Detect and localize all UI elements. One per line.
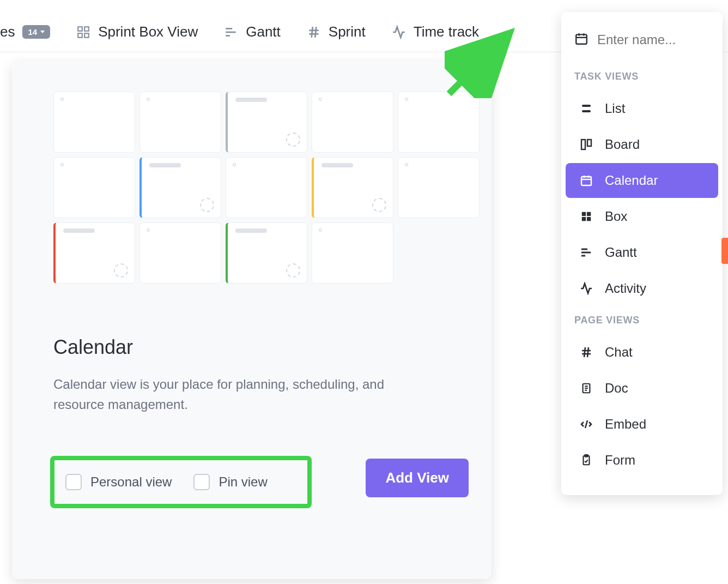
view-option-label: Embed <box>605 417 646 432</box>
preview-card <box>139 157 221 218</box>
doc-icon <box>579 382 594 394</box>
view-option-label: Activity <box>605 281 646 296</box>
preview-card <box>398 157 480 218</box>
preview-card <box>139 92 221 153</box>
preview-card <box>53 222 135 284</box>
activity-icon <box>579 282 594 295</box>
view-option-embed[interactable]: Embed <box>566 407 718 442</box>
list-icon <box>579 102 594 115</box>
preview-card <box>312 92 393 153</box>
embed-icon <box>579 418 594 431</box>
options-highlight: Personal view Pin view <box>50 456 312 508</box>
calendar-icon <box>579 174 594 187</box>
view-option-board[interactable]: Board <box>566 127 718 162</box>
tab-partial[interactable]: es 14 <box>0 23 50 40</box>
preview-card <box>226 222 307 284</box>
svg-line-10 <box>315 27 316 38</box>
offscreen-sliver <box>721 238 728 264</box>
view-name-row <box>561 23 723 63</box>
tab-label: Sprint Box View <box>98 23 198 40</box>
view-option-activity[interactable]: Activity <box>566 271 718 306</box>
preview-card <box>312 222 393 284</box>
tab-count-badge[interactable]: 14 <box>22 25 50 39</box>
add-view-button[interactable]: Add View <box>366 459 469 497</box>
tab-label: Time track <box>414 23 479 40</box>
calendar-preview-grid <box>53 92 450 284</box>
checkbox-icon[interactable] <box>193 474 210 490</box>
tab-label: Gantt <box>246 23 281 40</box>
svg-line-32 <box>584 347 585 357</box>
view-option-box[interactable]: Box <box>566 199 718 234</box>
preview-description: Calendar view is your place for planning… <box>53 374 424 414</box>
pin-view-label: Pin view <box>219 474 267 490</box>
personal-view-option[interactable]: Personal view <box>65 474 172 490</box>
preview-card <box>226 92 307 153</box>
svg-rect-1 <box>84 27 89 31</box>
preview-title: Calendar <box>53 336 450 359</box>
svg-rect-0 <box>78 27 82 31</box>
view-option-label: Box <box>605 209 627 224</box>
svg-rect-17 <box>581 140 585 149</box>
svg-line-9 <box>311 27 312 38</box>
view-type-panel: TASK VIEWS List Board Calendar Box Gantt… <box>561 12 723 495</box>
preview-card <box>53 157 135 218</box>
preview-card <box>53 92 135 153</box>
view-option-chat[interactable]: Chat <box>566 335 718 370</box>
tab-time-tracking[interactable]: Time track <box>392 23 479 40</box>
svg-rect-15 <box>582 105 591 107</box>
svg-rect-16 <box>582 110 591 112</box>
view-option-doc[interactable]: Doc <box>566 371 718 406</box>
tab-partial-label: es <box>0 23 15 40</box>
svg-rect-18 <box>587 140 591 146</box>
box-grid-icon <box>76 25 90 39</box>
preview-card <box>139 222 221 284</box>
calendar-icon <box>574 32 589 48</box>
view-option-gantt[interactable]: Gantt <box>566 235 718 270</box>
svg-rect-26 <box>587 217 591 221</box>
svg-rect-3 <box>84 33 89 38</box>
view-option-label: Form <box>605 453 635 468</box>
hash-icon <box>307 25 321 39</box>
tab-sprint[interactable]: Sprint <box>307 23 366 40</box>
tab-gantt[interactable]: Gantt <box>224 23 281 40</box>
svg-line-38 <box>585 420 587 428</box>
hash-icon <box>579 346 594 359</box>
view-preview-panel: Calendar Calendar view is your place for… <box>12 61 492 579</box>
page-views-label: PAGE VIEWS <box>561 307 723 334</box>
task-views-label: TASK VIEWS <box>561 63 723 90</box>
preview-card <box>398 92 480 153</box>
view-option-label: Gantt <box>605 245 637 260</box>
gantt-icon <box>579 246 594 259</box>
pin-view-option[interactable]: Pin view <box>193 474 267 490</box>
svg-rect-24 <box>587 212 591 216</box>
preview-card <box>226 157 307 218</box>
activity-icon <box>392 25 406 39</box>
view-option-label: Calendar <box>605 173 658 188</box>
svg-line-33 <box>587 347 589 357</box>
svg-rect-19 <box>581 177 591 185</box>
checkbox-icon[interactable] <box>65 474 82 490</box>
personal-view-label: Personal view <box>90 474 172 490</box>
view-option-label: List <box>605 101 625 116</box>
form-icon <box>579 454 594 466</box>
view-option-label: Board <box>605 137 640 152</box>
view-option-form[interactable]: Form <box>566 443 718 478</box>
svg-rect-2 <box>78 33 82 38</box>
view-option-label: Chat <box>605 345 633 360</box>
preview-card <box>312 157 393 218</box>
box-grid-icon <box>579 210 594 222</box>
tab-sprint-box-view[interactable]: Sprint Box View <box>76 23 198 40</box>
svg-rect-25 <box>582 217 586 221</box>
gantt-icon <box>224 25 238 39</box>
svg-rect-23 <box>582 212 586 216</box>
view-option-calendar[interactable]: Calendar <box>566 163 718 198</box>
view-option-label: Doc <box>605 381 628 396</box>
view-name-input[interactable] <box>597 32 695 47</box>
svg-rect-11 <box>576 34 587 44</box>
board-icon <box>579 138 594 151</box>
view-option-list[interactable]: List <box>566 91 718 126</box>
tab-label: Sprint <box>329 23 366 40</box>
